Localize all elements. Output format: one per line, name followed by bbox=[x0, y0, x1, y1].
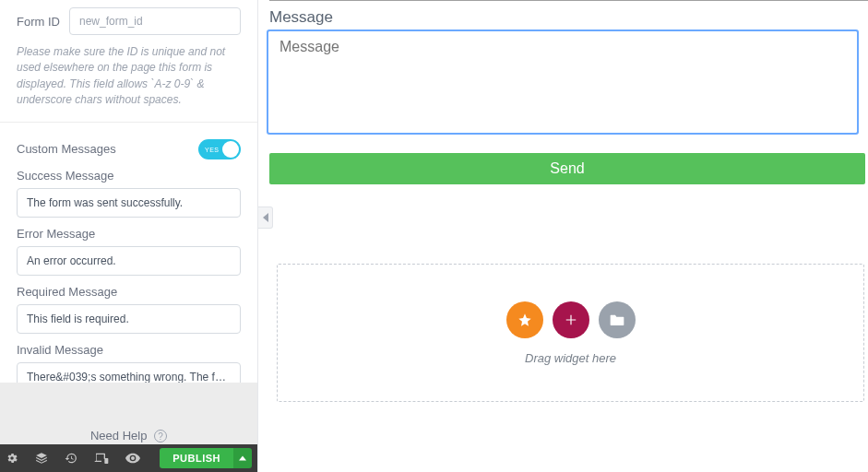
invalid-message-input[interactable] bbox=[17, 362, 241, 383]
success-message-group: Success Message bbox=[0, 169, 257, 227]
settings-sidebar: Form ID Please make sure the ID is uniqu… bbox=[0, 0, 258, 472]
add-featured-widget-button[interactable] bbox=[506, 301, 543, 338]
chevron-left-icon bbox=[263, 213, 268, 222]
custom-messages-toggle[interactable]: YES bbox=[198, 139, 241, 159]
message-textarea[interactable] bbox=[268, 30, 858, 134]
success-message-label: Success Message bbox=[17, 169, 241, 183]
error-message-group: Error Message bbox=[0, 227, 257, 285]
sidebar-footer: Need Help ? PUBLISH bbox=[0, 383, 257, 472]
add-folder-widget-button[interactable] bbox=[599, 301, 636, 338]
success-message-input[interactable] bbox=[17, 188, 241, 218]
message-field-label: Message bbox=[269, 8, 868, 27]
required-message-group: Required Message bbox=[0, 285, 257, 343]
invalid-message-label: Invalid Message bbox=[17, 343, 241, 357]
need-help-label: Need Help bbox=[90, 429, 147, 442]
error-message-label: Error Message bbox=[17, 227, 241, 241]
sidebar-scroll: Form ID Please make sure the ID is uniqu… bbox=[0, 0, 257, 383]
widget-dropzone[interactable]: Drag widget here bbox=[277, 264, 864, 402]
caret-up-icon bbox=[239, 454, 246, 462]
required-message-label: Required Message bbox=[17, 285, 241, 299]
dropzone-text: Drag widget here bbox=[525, 351, 616, 365]
help-icon: ? bbox=[154, 430, 167, 442]
form-id-help-text: Please make sure the ID is unique and no… bbox=[0, 39, 257, 123]
eye-icon[interactable] bbox=[125, 452, 140, 465]
send-button[interactable]: Send bbox=[269, 153, 865, 184]
invalid-message-group: Invalid Message bbox=[0, 343, 257, 383]
collapse-sidebar-tab[interactable] bbox=[258, 206, 273, 229]
form-preview: Message Send bbox=[268, 0, 868, 184]
layers-icon[interactable] bbox=[35, 452, 48, 465]
publish-button[interactable]: PUBLISH bbox=[160, 448, 233, 468]
need-help[interactable]: Need Help ? bbox=[0, 429, 257, 444]
error-message-input[interactable] bbox=[17, 246, 241, 276]
required-message-input[interactable] bbox=[17, 304, 241, 334]
form-id-row: Form ID bbox=[0, 0, 257, 39]
star-icon bbox=[517, 313, 532, 327]
bottom-toolbar: PUBLISH bbox=[0, 444, 257, 472]
custom-messages-header: Custom Messages YES bbox=[0, 123, 257, 169]
canvas: Message Send Drag widget here bbox=[258, 0, 868, 472]
publish-dropdown-button[interactable] bbox=[233, 448, 252, 468]
toggle-yes-text: YES bbox=[205, 146, 220, 152]
devices-icon[interactable] bbox=[94, 452, 109, 465]
dropzone-icons bbox=[506, 301, 636, 338]
divider bbox=[269, 0, 868, 1]
form-id-label: Form ID bbox=[17, 15, 60, 29]
add-widget-button[interactable] bbox=[553, 301, 589, 338]
history-icon[interactable] bbox=[65, 452, 77, 465]
form-id-input[interactable] bbox=[69, 7, 241, 35]
publish-wrap: PUBLISH bbox=[160, 448, 252, 468]
gear-icon[interactable] bbox=[6, 452, 18, 465]
custom-messages-label: Custom Messages bbox=[17, 142, 116, 156]
plus-icon bbox=[565, 313, 577, 326]
folder-icon bbox=[610, 313, 624, 326]
